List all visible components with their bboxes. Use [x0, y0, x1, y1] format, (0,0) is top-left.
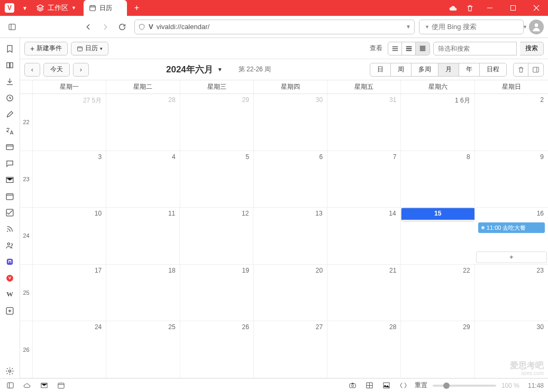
chat-icon[interactable] [3, 156, 17, 171]
day-cell[interactable]: 25 [106, 321, 180, 378]
reading-list-icon[interactable] [3, 58, 17, 72]
range-day[interactable]: 日 [370, 63, 391, 76]
day-cell[interactable]: 13 [253, 208, 327, 264]
day-cell[interactable]: 27 5月 [33, 94, 106, 151]
day-cell[interactable]: 5 [180, 151, 254, 208]
translate-icon[interactable] [3, 123, 17, 138]
capture-icon[interactable] [347, 381, 359, 389]
view-compact-button[interactable] [416, 42, 430, 55]
new-event-button[interactable]: + 新建事件 [24, 42, 68, 55]
images-toggle-icon[interactable] [381, 381, 392, 389]
history-icon[interactable] [3, 90, 17, 105]
day-cell[interactable]: 8 [401, 151, 474, 208]
day-cell[interactable]: 3 [33, 151, 106, 208]
search-box[interactable]: ▼ ▼ [419, 20, 524, 34]
day-cell[interactable]: 30 [475, 321, 548, 378]
day-cell[interactable]: 28 [327, 321, 401, 378]
delete-button[interactable] [514, 63, 528, 76]
downloads-icon[interactable] [3, 74, 17, 89]
wikipedia-icon[interactable]: W [3, 287, 17, 302]
profile-avatar[interactable] [529, 20, 544, 34]
day-cell[interactable]: 10 [33, 208, 106, 264]
address-bar[interactable]: V vivaldi://calendar/ ▼ [134, 20, 415, 34]
new-tab-button[interactable]: + [127, 3, 147, 13]
day-cell[interactable]: 18 [106, 265, 180, 321]
day-cell[interactable]: 30 [254, 94, 327, 151]
day-cell[interactable]: 23 [475, 265, 548, 321]
day-cell[interactable]: 12 [180, 208, 253, 264]
day-cell[interactable]: 2 [475, 94, 548, 151]
view-full-button[interactable] [388, 42, 402, 55]
day-cell[interactable]: 15 [401, 208, 475, 221]
minimize-button[interactable] [478, 0, 501, 16]
nav-forward-button[interactable] [97, 19, 113, 35]
day-cell[interactable]: 19 [180, 265, 254, 321]
day-cell[interactable]: 1 6月 [401, 94, 474, 151]
reset-zoom-label[interactable]: 重置 [415, 381, 427, 390]
calendar-status-icon[interactable] [55, 381, 67, 389]
mail-icon[interactable] [3, 172, 17, 187]
month-title[interactable]: 2024年六月 ▼ [166, 63, 223, 76]
chevron-down-icon[interactable]: ▼ [523, 24, 527, 30]
addr-dropdown-icon[interactable]: ▼ [406, 24, 411, 30]
notes-icon[interactable] [3, 107, 17, 122]
nav-back-button[interactable] [80, 19, 96, 35]
chevron-down-icon[interactable]: ▼ [425, 24, 430, 30]
trash-icon[interactable] [461, 4, 478, 12]
workspace-button[interactable]: 工作区 ▼ [31, 3, 81, 13]
range-multiweek[interactable]: 多周 [412, 63, 439, 76]
range-week[interactable]: 周 [391, 63, 412, 76]
feeds-icon[interactable] [3, 221, 17, 236]
next-button[interactable]: › [73, 63, 89, 77]
today-button[interactable]: 今天 [43, 63, 70, 77]
day-cell[interactable]: 17 [33, 265, 106, 321]
add-panel-button[interactable] [3, 303, 17, 318]
range-month[interactable]: 月 [439, 63, 459, 76]
cloud-status-icon[interactable] [21, 381, 33, 389]
day-cell[interactable]: 1611:00 去吃大餐+ [475, 208, 548, 264]
close-button[interactable] [525, 0, 548, 16]
vivaldi-logo[interactable]: V [0, 0, 19, 16]
calendar-event[interactable]: 11:00 去吃大餐 [478, 222, 545, 233]
mail-status-icon[interactable] [38, 381, 50, 389]
day-cell[interactable]: 27 [254, 321, 327, 378]
day-cell[interactable]: 14 [327, 208, 401, 264]
contacts-icon[interactable] [3, 238, 17, 253]
tasks-icon[interactable] [3, 205, 17, 220]
filter-input[interactable] [433, 42, 517, 55]
day-cell[interactable]: 22 [401, 265, 474, 321]
add-event-button[interactable]: + [476, 251, 547, 263]
bookmarks-icon[interactable] [3, 41, 17, 56]
settings-icon[interactable] [3, 363, 17, 378]
day-cell[interactable]: 24 [33, 321, 106, 378]
window-panel-icon[interactable] [3, 139, 17, 154]
range-year[interactable]: 年 [459, 63, 480, 76]
tab-calendar[interactable]: 日历 [84, 0, 127, 16]
day-cell[interactable]: 6 [254, 151, 327, 208]
breakpoints-icon[interactable] [398, 381, 409, 389]
day-cell[interactable]: 26 [180, 321, 254, 378]
calendar-panel-icon[interactable] [3, 189, 17, 203]
view-minimal-button[interactable] [402, 42, 416, 55]
cloud-icon[interactable] [444, 4, 461, 12]
day-cell[interactable]: 29 [401, 321, 474, 378]
day-cell[interactable]: 29 [180, 94, 254, 151]
side-panel-button[interactable] [528, 63, 543, 76]
reload-button[interactable] [114, 19, 130, 35]
day-cell[interactable]: 4 [106, 151, 180, 208]
day-cell[interactable]: 21 [327, 265, 401, 321]
prev-button[interactable]: ‹ [24, 63, 40, 77]
day-cell[interactable]: 7 [327, 151, 401, 208]
search-button[interactable]: 搜索 [520, 42, 544, 55]
day-cell[interactable]: 11 [106, 208, 180, 264]
day-cell[interactable]: 31 [327, 94, 401, 151]
mastodon-icon[interactable] [3, 254, 17, 269]
day-cell[interactable]: 9 [475, 151, 548, 208]
sync-panel-icon[interactable] [4, 381, 16, 389]
zoom-slider[interactable] [433, 385, 496, 387]
maximize-button[interactable] [501, 0, 525, 16]
day-cell[interactable]: 28 [106, 94, 180, 151]
panel-toggle-button[interactable] [4, 19, 20, 35]
day-cell[interactable]: 20 [254, 265, 327, 321]
tiling-icon[interactable] [364, 381, 376, 389]
